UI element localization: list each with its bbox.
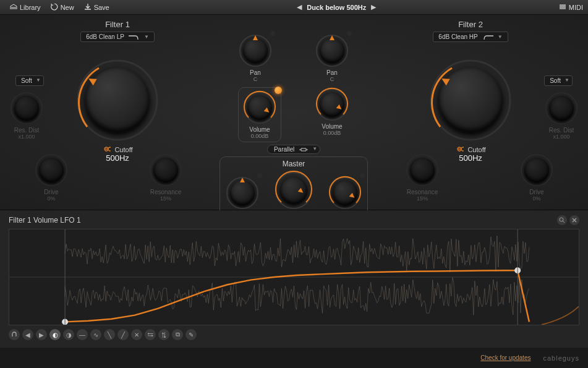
master-volume-knob[interactable] [328, 176, 362, 210]
filter1-type-label: 6dB Clean LP [86, 33, 124, 40]
lfo-close-button[interactable] [569, 215, 579, 225]
filter1-resonance-label: Resonance [148, 189, 183, 195]
filter1-volume-knob[interactable] [242, 90, 277, 125]
lfo-tool-next[interactable]: ▶ [36, 329, 47, 340]
filter2-drive-value: 0% [519, 195, 554, 202]
filter2-link-icon[interactable] [455, 146, 464, 153]
filter1-title: Filter 1 [9, 20, 226, 29]
library-icon [10, 4, 17, 11]
lfo-tool-random[interactable]: ✕ [131, 329, 142, 340]
lfo-tool-flip-h[interactable]: ⮀ [145, 329, 156, 340]
mod-slot-icon[interactable] [347, 31, 352, 36]
new-button[interactable]: New [46, 2, 79, 13]
filter1-volume-value: 0.00dB [242, 133, 277, 139]
midi-button[interactable]: MIDI [559, 4, 583, 11]
filter2-resonance-knob[interactable] [405, 153, 440, 187]
filter1-drive-label: Drive [34, 189, 69, 195]
mod-slot-icon[interactable] [257, 173, 262, 178]
filter1-soft-label: Soft [21, 77, 32, 84]
filter1-cutoff-label: Cutoff [114, 146, 132, 153]
lfo-tool-snap[interactable] [9, 329, 20, 340]
filter1-soft-select[interactable]: Soft [15, 75, 44, 86]
filter1-cutoff-knob[interactable] [74, 57, 161, 143]
midi-icon [559, 4, 566, 11]
routing-select[interactable]: Parallel [267, 145, 320, 154]
routing-label: Parallel [274, 146, 294, 153]
lfo-tool-point-hard[interactable]: ◐ [49, 329, 61, 340]
save-button[interactable]: Save [79, 2, 114, 13]
lfo-tool-copy[interactable]: ⧉ [172, 329, 183, 340]
filter2-volume-knob[interactable] [315, 87, 349, 122]
filter1-pan-label: Pan [238, 69, 273, 76]
lowpass-icon [128, 34, 140, 40]
filter1-resdist-value: x1.000 [9, 134, 44, 140]
save-icon [84, 3, 92, 12]
preset-next-button[interactable]: ▶ [371, 3, 376, 11]
filter2-pan-value: C [315, 76, 349, 82]
filter2-cutoff-knob[interactable] [427, 57, 514, 143]
mod-slot-icon[interactable] [270, 31, 275, 36]
filter2-volume-label: Volume [315, 123, 349, 130]
new-label: New [61, 4, 74, 11]
filter1-pan-value: C [238, 76, 273, 82]
filter2-soft-label: Soft [550, 77, 561, 84]
filter2-resdist-value: x1.000 [544, 134, 579, 140]
lfo-tool-flip-v[interactable]: ⮁ [158, 329, 169, 340]
filter2-resdist-label: Res. Dist [544, 127, 579, 134]
filter2-pan-knob[interactable] [315, 33, 349, 68]
preset-name[interactable]: Duck below 500Hz [307, 4, 366, 11]
filter1-pan-knob[interactable] [238, 33, 273, 68]
filter1-drive-value: 0% [34, 195, 69, 202]
library-label: Library [20, 4, 41, 11]
parallel-icon [299, 147, 309, 152]
midi-label: MIDI [569, 4, 583, 11]
brand-logo: cableguys [543, 354, 579, 362]
lfo-tool-pen[interactable]: ✎ [185, 329, 197, 340]
lfo-zoom-button[interactable] [557, 215, 567, 225]
filter1-type-select[interactable]: 6dB Clean LP ▼ [80, 32, 155, 42]
svg-line-16 [563, 221, 565, 223]
lfo-tool-prev[interactable]: ◀ [22, 329, 33, 340]
filter1-resonance-value: 15% [148, 195, 183, 202]
mod-slot-icon[interactable] [360, 173, 365, 178]
mod-slot-icon[interactable] [347, 85, 352, 90]
lfo-title: Filter 1 Volume LFO 1 [9, 216, 81, 225]
filter1-volume-label: Volume [242, 126, 277, 133]
filter1-resonance-knob[interactable] [148, 153, 183, 187]
filter2-resdist-knob[interactable] [544, 91, 579, 126]
filter2-title: Filter 2 [362, 20, 579, 29]
filter1-drive-knob[interactable] [34, 153, 69, 187]
preset-prev-button[interactable]: ◀ [297, 3, 302, 11]
filter1-link-icon[interactable] [102, 146, 111, 153]
lfo-tool-point-soft[interactable]: ◑ [63, 329, 74, 340]
lfo-tool-ramp[interactable]: ╱ [117, 329, 129, 340]
check-updates-link[interactable]: Check for updates [480, 354, 530, 361]
filter1-resdist-knob[interactable] [9, 91, 44, 126]
filter2-pan-label: Pan [315, 69, 349, 76]
filter2-cutoff-label: Cutoff [467, 146, 485, 153]
filter2-soft-select[interactable]: Soft [544, 75, 573, 86]
filter2-volume-value: 0.00dB [315, 130, 349, 136]
filter2-drive-label: Drive [519, 189, 554, 195]
lfo-tool-sine[interactable]: ∿ [90, 329, 101, 340]
save-label: Save [94, 4, 109, 11]
filter2-type-select[interactable]: 6dB Clean HP ▼ [433, 32, 508, 42]
new-icon [51, 3, 58, 12]
lfo-tool-saw[interactable]: ╲ [104, 329, 115, 340]
lfo-display[interactable] [9, 229, 579, 325]
filter2-drive-knob[interactable] [519, 153, 554, 187]
filter1-resdist-label: Res. Dist [9, 127, 44, 134]
master-mix-knob[interactable] [274, 171, 313, 210]
lfo-tool-line[interactable]: — [77, 329, 88, 340]
master-title: Master [225, 160, 362, 168]
filter2-resonance-label: Resonance [405, 189, 440, 195]
library-button[interactable]: Library [5, 2, 46, 12]
highpass-icon [482, 34, 494, 40]
filter2-type-label: 6dB Clean HP [438, 33, 477, 40]
master-pan-knob[interactable] [225, 176, 260, 210]
filter2-resonance-value: 15% [405, 195, 440, 202]
